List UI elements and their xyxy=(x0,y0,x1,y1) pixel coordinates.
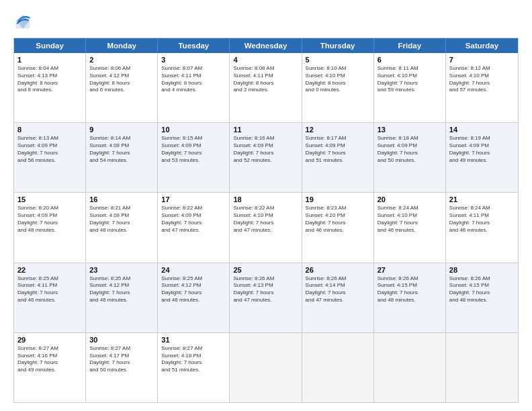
day-number: 25 xyxy=(233,266,298,274)
day-number: 18 xyxy=(233,195,298,203)
page: Sunday Monday Tuesday Wednesday Thursday… xyxy=(0,0,532,411)
cell-2-1: 16Sunrise: 8:21 AMSunset: 4:09 PMDayligh… xyxy=(86,193,158,262)
day-number: 13 xyxy=(378,126,442,134)
day-number: 4 xyxy=(233,56,298,64)
day-number: 6 xyxy=(378,56,442,64)
cell-4-0: 29Sunrise: 8:27 AMSunset: 4:16 PMDayligh… xyxy=(14,333,86,402)
header-friday: Friday xyxy=(374,38,446,53)
header-saturday: Saturday xyxy=(446,38,518,53)
day-number: 1 xyxy=(17,56,82,64)
day-number: 11 xyxy=(233,126,298,134)
cell-text: Sunrise: 8:27 AMSunset: 4:18 PMDaylight:… xyxy=(161,345,226,374)
cell-text: Sunrise: 8:26 AMSunset: 4:15 PMDaylight:… xyxy=(378,275,442,304)
cell-text: Sunrise: 8:22 AMSunset: 4:09 PMDaylight:… xyxy=(161,205,226,234)
day-number: 17 xyxy=(161,195,226,203)
day-number: 16 xyxy=(89,195,154,203)
cell-text: Sunrise: 8:26 AMSunset: 4:14 PMDaylight:… xyxy=(306,275,370,304)
cell-2-5: 20Sunrise: 8:24 AMSunset: 4:10 PMDayligh… xyxy=(374,193,446,262)
cell-text: Sunrise: 8:27 AMSunset: 4:17 PMDaylight:… xyxy=(89,345,154,374)
cell-text: Sunrise: 8:14 AMSunset: 4:09 PMDaylight:… xyxy=(89,135,154,164)
day-number: 20 xyxy=(378,195,442,203)
cell-2-4: 19Sunrise: 8:23 AMSunset: 4:10 PMDayligh… xyxy=(302,193,374,262)
cell-text: Sunrise: 8:12 AMSunset: 4:10 PMDaylight:… xyxy=(449,65,515,94)
day-number: 7 xyxy=(449,56,515,64)
cell-2-3: 18Sunrise: 8:22 AMSunset: 4:10 PMDayligh… xyxy=(230,193,302,262)
cell-1-6: 14Sunrise: 8:19 AMSunset: 4:09 PMDayligh… xyxy=(446,123,518,192)
cell-text: Sunrise: 8:25 AMSunset: 4:12 PMDaylight:… xyxy=(89,275,154,304)
cell-3-3: 25Sunrise: 8:26 AMSunset: 4:13 PMDayligh… xyxy=(230,263,302,332)
cell-1-1: 9Sunrise: 8:14 AMSunset: 4:09 PMDaylight… xyxy=(86,123,158,192)
day-number: 19 xyxy=(306,195,370,203)
cell-2-0: 15Sunrise: 8:20 AMSunset: 4:09 PMDayligh… xyxy=(14,193,86,262)
cell-1-5: 13Sunrise: 8:18 AMSunset: 4:09 PMDayligh… xyxy=(374,123,446,192)
header-tuesday: Tuesday xyxy=(158,38,230,53)
day-number: 27 xyxy=(378,266,442,274)
day-number: 21 xyxy=(449,195,515,203)
cell-4-3 xyxy=(230,333,302,402)
cell-0-0: 1Sunrise: 8:04 AMSunset: 4:13 PMDaylight… xyxy=(14,53,86,122)
cell-text: Sunrise: 8:24 AMSunset: 4:10 PMDaylight:… xyxy=(378,205,442,234)
cell-text: Sunrise: 8:25 AMSunset: 4:11 PMDaylight:… xyxy=(17,275,82,304)
cell-text: Sunrise: 8:17 AMSunset: 4:09 PMDaylight:… xyxy=(306,135,370,164)
cell-1-2: 10Sunrise: 8:15 AMSunset: 4:09 PMDayligh… xyxy=(158,123,230,192)
header-thursday: Thursday xyxy=(302,38,374,53)
day-number: 3 xyxy=(161,56,226,64)
day-number: 22 xyxy=(17,266,82,274)
cell-text: Sunrise: 8:27 AMSunset: 4:16 PMDaylight:… xyxy=(17,345,82,374)
day-number: 14 xyxy=(449,126,515,134)
cell-text: Sunrise: 8:25 AMSunset: 4:12 PMDaylight:… xyxy=(161,275,226,304)
cell-text: Sunrise: 8:11 AMSunset: 4:10 PMDaylight:… xyxy=(378,65,442,94)
cell-3-0: 22Sunrise: 8:25 AMSunset: 4:11 PMDayligh… xyxy=(14,263,86,332)
cell-0-3: 4Sunrise: 8:08 AMSunset: 4:11 PMDaylight… xyxy=(230,53,302,122)
logo xyxy=(13,12,35,31)
cell-text: Sunrise: 8:13 AMSunset: 4:09 PMDaylight:… xyxy=(17,135,82,164)
day-number: 31 xyxy=(161,336,226,344)
week-row-2: 8Sunrise: 8:13 AMSunset: 4:09 PMDaylight… xyxy=(14,123,518,193)
cell-text: Sunrise: 8:22 AMSunset: 4:10 PMDaylight:… xyxy=(233,205,298,234)
day-number: 24 xyxy=(161,266,226,274)
cell-1-4: 12Sunrise: 8:17 AMSunset: 4:09 PMDayligh… xyxy=(302,123,374,192)
calendar: Sunday Monday Tuesday Wednesday Thursday… xyxy=(13,38,519,403)
cell-0-4: 5Sunrise: 8:10 AMSunset: 4:10 PMDaylight… xyxy=(302,53,374,122)
cell-text: Sunrise: 8:26 AMSunset: 4:15 PMDaylight:… xyxy=(449,275,515,304)
cell-text: Sunrise: 8:21 AMSunset: 4:09 PMDaylight:… xyxy=(89,205,154,234)
day-number: 29 xyxy=(17,336,82,344)
day-number: 9 xyxy=(89,126,154,134)
calendar-body: 1Sunrise: 8:04 AMSunset: 4:13 PMDaylight… xyxy=(14,53,518,402)
calendar-header: Sunday Monday Tuesday Wednesday Thursday… xyxy=(14,38,518,53)
cell-text: Sunrise: 8:26 AMSunset: 4:13 PMDaylight:… xyxy=(233,275,298,304)
cell-text: Sunrise: 8:16 AMSunset: 4:09 PMDaylight:… xyxy=(233,135,298,164)
day-number: 5 xyxy=(306,56,370,64)
day-number: 15 xyxy=(17,195,82,203)
day-number: 10 xyxy=(161,126,226,134)
cell-text: Sunrise: 8:18 AMSunset: 4:09 PMDaylight:… xyxy=(378,135,442,164)
cell-3-5: 27Sunrise: 8:26 AMSunset: 4:15 PMDayligh… xyxy=(374,263,446,332)
cell-1-0: 8Sunrise: 8:13 AMSunset: 4:09 PMDaylight… xyxy=(14,123,86,192)
cell-0-2: 3Sunrise: 8:07 AMSunset: 4:11 PMDaylight… xyxy=(158,53,230,122)
cell-1-3: 11Sunrise: 8:16 AMSunset: 4:09 PMDayligh… xyxy=(230,123,302,192)
week-row-5: 29Sunrise: 8:27 AMSunset: 4:16 PMDayligh… xyxy=(14,333,518,402)
day-number: 23 xyxy=(89,266,154,274)
cell-text: Sunrise: 8:10 AMSunset: 4:10 PMDaylight:… xyxy=(306,65,370,94)
cell-0-6: 7Sunrise: 8:12 AMSunset: 4:10 PMDaylight… xyxy=(446,53,518,122)
day-number: 8 xyxy=(17,126,82,134)
week-row-3: 15Sunrise: 8:20 AMSunset: 4:09 PMDayligh… xyxy=(14,193,518,263)
cell-text: Sunrise: 8:24 AMSunset: 4:11 PMDaylight:… xyxy=(449,205,515,234)
cell-0-5: 6Sunrise: 8:11 AMSunset: 4:10 PMDaylight… xyxy=(374,53,446,122)
header-sunday: Sunday xyxy=(14,38,86,53)
cell-4-2: 31Sunrise: 8:27 AMSunset: 4:18 PMDayligh… xyxy=(158,333,230,402)
cell-3-1: 23Sunrise: 8:25 AMSunset: 4:12 PMDayligh… xyxy=(86,263,158,332)
cell-3-6: 28Sunrise: 8:26 AMSunset: 4:15 PMDayligh… xyxy=(446,263,518,332)
day-number: 12 xyxy=(306,126,370,134)
cell-3-4: 26Sunrise: 8:26 AMSunset: 4:14 PMDayligh… xyxy=(302,263,374,332)
week-row-4: 22Sunrise: 8:25 AMSunset: 4:11 PMDayligh… xyxy=(14,263,518,333)
day-number: 30 xyxy=(89,336,154,344)
cell-text: Sunrise: 8:06 AMSunset: 4:12 PMDaylight:… xyxy=(89,65,154,94)
day-number: 28 xyxy=(449,266,515,274)
header-monday: Monday xyxy=(86,38,158,53)
cell-text: Sunrise: 8:04 AMSunset: 4:13 PMDaylight:… xyxy=(17,65,82,94)
cell-4-5 xyxy=(374,333,446,402)
cell-4-1: 30Sunrise: 8:27 AMSunset: 4:17 PMDayligh… xyxy=(86,333,158,402)
cell-text: Sunrise: 8:19 AMSunset: 4:09 PMDaylight:… xyxy=(449,135,515,164)
cell-0-1: 2Sunrise: 8:06 AMSunset: 4:12 PMDaylight… xyxy=(86,53,158,122)
